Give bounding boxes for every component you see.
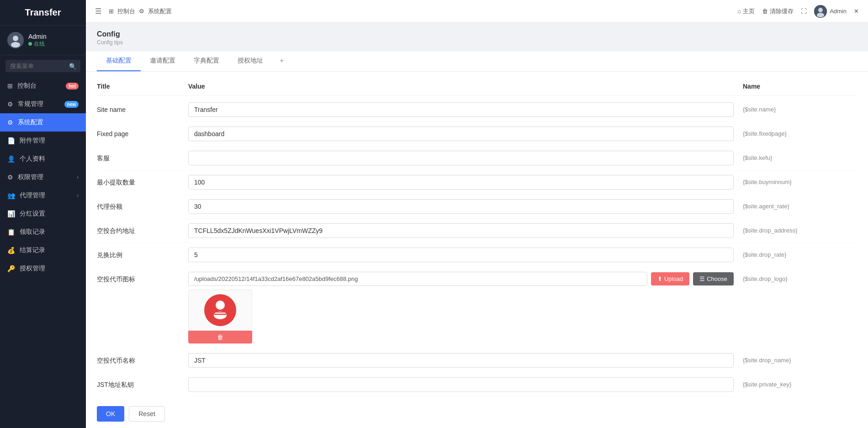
nav-item-claim[interactable]: 📋 领取记录 [0,223,86,241]
breadcrumb-dashboard-icon: ⊞ [109,8,114,15]
label-private-key: JST地址私钥 [97,377,188,389]
input-drop-name[interactable] [188,353,734,368]
label-drop-logo: 空投代币图标 [97,272,188,284]
nav-item-agent[interactable]: 👥 代理管理 › [0,186,86,205]
status: 在线 [28,40,47,48]
breadcrumb-separator: ⚙ [139,8,144,15]
search-icon[interactable]: 🔍 [69,63,77,69]
input-drop-address[interactable] [188,223,734,238]
input-agent-rate[interactable] [188,199,734,214]
input-fixed-page[interactable] [188,127,734,141]
nav-item-general[interactable]: ⚙ 常规管理 new [0,95,86,113]
sidebar: Transfer Admin 在线 🔍 ⊞ 控制台 [0,0,86,428]
nav-badge-hot: hot [66,83,79,90]
clear-cache-label: 清除缓存 [770,7,794,16]
nav-label-agent: 代理管理 [20,191,45,200]
value-agent-rate [188,199,743,214]
ok-button[interactable]: OK [97,406,124,422]
tab-auth[interactable]: 授权地址 [228,51,272,71]
value-site-name [188,102,743,117]
name-drop-logo: {$site.drop_logo} [743,272,857,282]
value-kefu [188,151,743,165]
nav-item-split[interactable]: 📊 分红设置 [0,205,86,223]
search-wrap: 🔍 [5,60,80,72]
tab-basic[interactable]: 基础配置 [97,51,141,71]
row-drop-logo: 空投代币图标 ⬆ Upload ☰ Choose [97,267,857,349]
svg-point-6 [204,294,236,326]
upload-label: Upload [664,275,683,282]
value-drop-rate [188,248,743,262]
username: Admin [28,33,47,40]
tab-dict[interactable]: 字典配置 [185,51,228,71]
status-dot [28,42,32,46]
admin-avatar [814,5,827,18]
choose-button[interactable]: ☰ Choose [693,272,734,285]
auth-icon: 🔑 [7,265,15,272]
breadcrumb-system[interactable]: 系统配置 [148,7,172,16]
split-icon: 📊 [7,210,15,217]
label-kefu: 客服 [97,151,188,163]
main-area: ☰ ⊞ 控制台 ⚙ 系统配置 ⌂ 主页 🗑 清除缓存 ⛶ [86,0,868,428]
topbar: ☰ ⊞ 控制台 ⚙ 系统配置 ⌂ 主页 🗑 清除缓存 ⛶ [86,0,868,23]
image-delete-button[interactable]: 🗑 [188,331,252,343]
breadcrumb-dashboard[interactable]: 控制台 [117,7,135,16]
nav-item-permission[interactable]: ⚙ 权限管理 › [0,168,86,186]
svg-point-1 [13,36,18,41]
search-box: 🔍 [0,55,86,77]
nav-item-settle[interactable]: 💰 结算记录 [0,241,86,259]
nav-item-dashboard[interactable]: ⊞ 控制台 hot [0,77,86,95]
row-agent-rate: 代理份额 {$site.agent_rate} [97,195,857,219]
row-buyminnum: 最小提取数量 {$site.buyminnum} [97,170,857,195]
delete-icon: 🗑 [217,333,223,341]
clear-cache-link[interactable]: 🗑 清除缓存 [762,7,794,16]
upload-button[interactable]: ⬆ Upload [651,272,689,285]
row-site-name: Site name {$site.name} [97,98,857,122]
name-site-name: {$site.name} [743,102,857,113]
admin-menu[interactable]: Admin [814,5,847,18]
input-site-name[interactable] [188,102,734,117]
svg-point-4 [818,8,823,12]
col-title: Title [97,83,188,90]
profile-icon: 👤 [7,155,15,163]
nav-label-system: 系统配置 [18,118,43,127]
topbar-left: ☰ ⊞ 控制台 ⚙ 系统配置 [95,7,172,16]
upload-row: ⬆ Upload ☰ Choose [188,272,734,286]
system-icon: ⚙ [7,119,13,126]
input-buyminnum[interactable] [188,175,734,190]
name-drop-name: {$site.drop_name} [743,353,857,364]
drop-logo-svg [204,294,236,326]
menu-icon[interactable]: ☰ [95,7,101,16]
home-link[interactable]: ⌂ 主页 [737,7,755,16]
nav-item-auth[interactable]: 🔑 授权管理 [0,259,86,278]
image-preview-box [188,290,252,331]
upload-icon: ⬆ [657,275,662,282]
nav-label-profile: 个人资料 [20,155,45,163]
file-path-input[interactable] [188,272,647,286]
input-drop-rate[interactable] [188,248,734,262]
tabs-container: 基础配置 邀请配置 字典配置 授权地址 + [86,51,868,72]
nav-item-attachment[interactable]: 📄 附件管理 [0,132,86,150]
close-button[interactable]: ✕ [854,8,859,15]
row-private-key: JST地址私钥 {$site.private_key} [97,373,857,397]
user-info: Admin 在线 [28,33,47,48]
content-area: Config Config tips 基础配置 邀请配置 字典配置 授权地址 +… [86,23,868,428]
nav-item-profile[interactable]: 👤 个人资料 [0,150,86,168]
trash-icon: 🗑 [762,8,768,15]
nav-label-auth: 授权管理 [20,264,45,273]
choose-icon: ☰ [699,275,705,282]
general-icon: ⚙ [7,100,13,108]
input-private-key[interactable] [188,377,734,392]
nav-item-system[interactable]: ⚙ 系统配置 [0,113,86,132]
tab-invite[interactable]: 邀请配置 [141,51,185,71]
status-text: 在线 [34,40,45,48]
choose-label: Choose [707,275,727,282]
fullscreen-button[interactable]: ⛶ [801,8,807,15]
reset-button[interactable]: Reset [129,406,165,422]
col-name: Name [743,83,857,90]
value-drop-address [188,223,743,238]
tab-add[interactable]: + [272,51,291,71]
input-kefu[interactable] [188,151,734,165]
name-private-key: {$site.private_key} [743,377,857,388]
page-subtitle: Config tips [97,39,857,46]
label-drop-address: 空投合约地址 [97,223,188,235]
